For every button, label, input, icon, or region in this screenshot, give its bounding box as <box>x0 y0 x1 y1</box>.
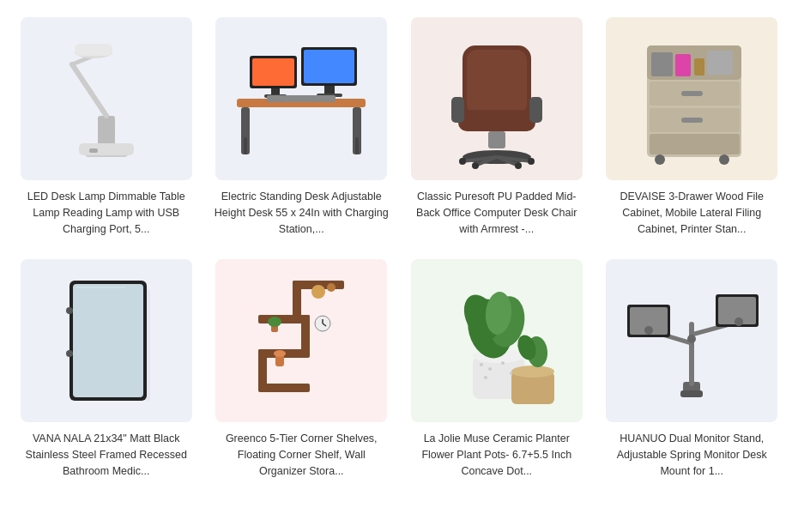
svg-rect-55 <box>145 289 150 401</box>
svg-rect-3 <box>89 148 98 153</box>
product-title-chair: Classic Puresoft PU Padded Mid-Back Offi… <box>409 189 584 237</box>
svg-rect-11 <box>244 137 247 154</box>
svg-rect-62 <box>258 384 310 392</box>
svg-rect-2 <box>79 143 134 155</box>
product-card-planter[interactable]: La Jolie Muse Ceramic Planter Flower Pla… <box>399 251 595 493</box>
svg-rect-61 <box>258 349 267 388</box>
svg-rect-57 <box>293 281 301 319</box>
svg-rect-25 <box>451 97 464 123</box>
product-card-mirror[interactable]: VANA NALA 21x34" Matt Black Stainless St… <box>9 251 204 493</box>
svg-rect-88 <box>680 390 703 397</box>
svg-rect-27 <box>488 131 505 148</box>
svg-rect-46 <box>651 52 673 76</box>
svg-point-64 <box>327 283 336 292</box>
product-card-chair[interactable]: Classic Puresoft PU Padded Mid-Back Offi… <box>399 9 595 251</box>
product-image-monitor <box>606 259 777 422</box>
product-card-lamp[interactable]: LED Desk Lamp Dimmable Table Lamp Readin… <box>9 9 204 251</box>
svg-point-33 <box>459 158 466 165</box>
svg-line-4 <box>72 64 106 116</box>
svg-point-63 <box>311 285 325 299</box>
product-image-lamp <box>21 17 192 180</box>
svg-point-35 <box>472 162 479 169</box>
product-image-cabinet <box>606 17 777 180</box>
product-card-shelf[interactable]: Greenco 5-Tier Corner Shelves, Floating … <box>204 251 400 493</box>
product-image-mirror <box>21 259 192 422</box>
svg-point-66 <box>268 317 281 327</box>
svg-rect-40 <box>681 91 703 96</box>
product-title-shelf: Greenco 5-Tier Corner Shelves, Floating … <box>215 431 390 479</box>
product-title-desk: Electric Standing Desk Adjustable Height… <box>215 189 390 237</box>
svg-rect-12 <box>355 137 359 154</box>
svg-point-74 <box>480 363 483 366</box>
svg-rect-19 <box>324 86 335 94</box>
svg-rect-21 <box>267 95 336 102</box>
product-image-planter <box>411 259 583 422</box>
product-card-cabinet[interactable]: DEVAISE 3-Drawer Wood File Cabinet, Mobi… <box>595 9 790 251</box>
svg-point-53 <box>66 307 73 314</box>
svg-rect-23 <box>467 50 527 114</box>
svg-point-45 <box>719 154 729 165</box>
svg-rect-42 <box>681 118 703 123</box>
product-title-cabinet: DEVAISE 3-Drawer Wood File Cabinet, Mobi… <box>605 189 780 237</box>
svg-point-54 <box>66 350 73 357</box>
product-image-chair <box>411 17 583 180</box>
svg-rect-26 <box>529 97 542 123</box>
svg-rect-47 <box>675 54 691 76</box>
svg-rect-7 <box>75 44 112 56</box>
svg-point-98 <box>687 335 696 343</box>
svg-point-80 <box>511 366 554 378</box>
svg-rect-59 <box>301 315 310 354</box>
svg-point-34 <box>528 158 535 165</box>
svg-point-97 <box>735 317 743 326</box>
svg-rect-49 <box>707 51 733 75</box>
svg-rect-18 <box>304 50 354 83</box>
product-image-shelf <box>215 259 387 422</box>
svg-rect-14 <box>252 58 294 86</box>
product-image-desk <box>215 17 387 180</box>
svg-rect-51 <box>73 284 143 397</box>
svg-rect-43 <box>650 134 740 154</box>
svg-point-77 <box>501 361 505 365</box>
svg-rect-89 <box>689 322 694 386</box>
product-card-monitor[interactable]: HUANUO Dual Monitor Stand, Adjustable Sp… <box>595 251 790 493</box>
svg-rect-15 <box>271 88 280 95</box>
product-title-monitor: HUANUO Dual Monitor Stand, Adjustable Sp… <box>605 431 780 479</box>
svg-point-44 <box>655 154 665 165</box>
svg-point-76 <box>484 376 487 379</box>
product-card-desk[interactable]: Electric Standing Desk Adjustable Height… <box>204 9 400 251</box>
product-title-lamp: LED Desk Lamp Dimmable Table Lamp Readin… <box>19 189 194 237</box>
svg-rect-24 <box>458 110 535 131</box>
svg-point-96 <box>644 326 653 335</box>
product-title-planter: La Jolie Muse Ceramic Planter Flower Pla… <box>409 431 584 479</box>
svg-point-75 <box>488 367 492 371</box>
product-grid: LED Desk Lamp Dimmable Table Lamp Readin… <box>0 0 798 502</box>
svg-rect-48 <box>694 58 704 76</box>
svg-point-36 <box>515 162 522 169</box>
product-title-mirror: VANA NALA 21x34" Matt Black Stainless St… <box>19 431 194 479</box>
svg-point-71 <box>274 350 286 357</box>
